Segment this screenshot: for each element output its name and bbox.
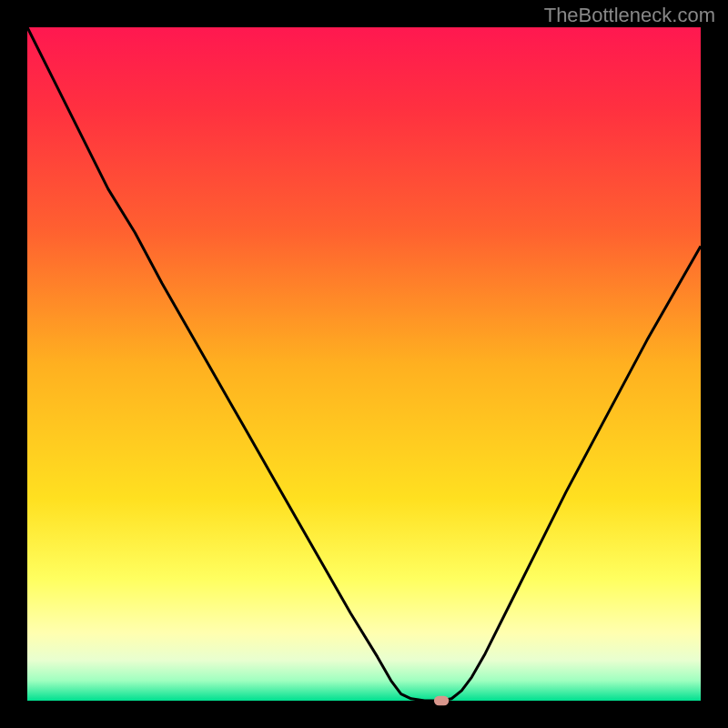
optimal-marker [434, 696, 449, 705]
plot-background [27, 27, 701, 701]
watermark: TheBottleneck.com [544, 4, 715, 27]
chart-container: TheBottleneck.com [0, 0, 728, 728]
bottleneck-chart [0, 0, 728, 728]
